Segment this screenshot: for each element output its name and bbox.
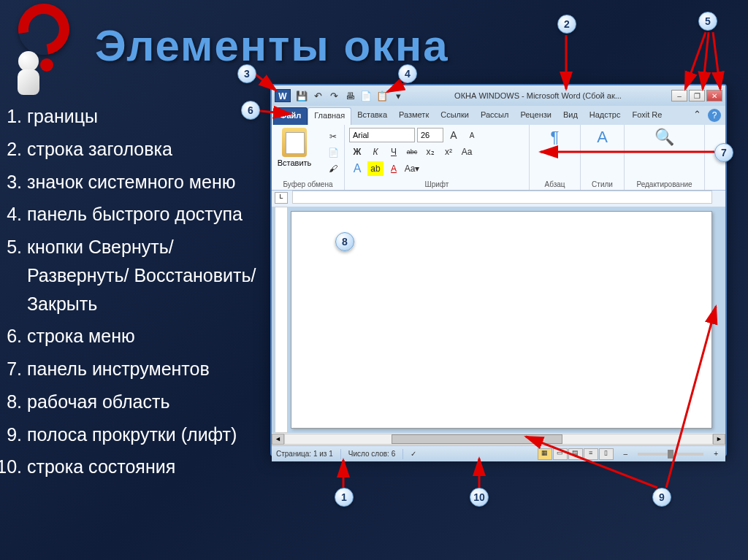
font-size-input[interactable] <box>417 128 443 142</box>
list-item: полоса прокрутки (лифт) <box>27 421 267 449</box>
callout-6: 6 <box>241 101 260 120</box>
grow-font-button[interactable]: A <box>446 128 462 142</box>
list-item: значок системного меню <box>27 168 267 196</box>
callout-1: 1 <box>335 488 354 507</box>
scroll-thumb[interactable] <box>392 434 562 444</box>
group-clipboard: Вставить ✂ 📄 🖌 Буфер обмена <box>272 125 345 190</box>
change-case-button[interactable]: Aa▾ <box>404 161 420 176</box>
vertical-ruler[interactable] <box>275 207 288 433</box>
svg-line-4 <box>685 32 706 89</box>
system-menu-icon[interactable]: W <box>275 89 291 102</box>
zoom-slider[interactable] <box>638 453 703 456</box>
shrink-font-button[interactable]: A <box>464 128 480 142</box>
paste-button[interactable]: Вставить <box>276 128 313 167</box>
ruler-corner-button[interactable]: L <box>275 192 288 204</box>
text-effects-button[interactable]: A <box>349 161 365 176</box>
subscript-button[interactable]: x₂ <box>422 145 438 159</box>
cut-button[interactable]: ✂ <box>325 129 341 144</box>
view-draft-button[interactable]: ▯ <box>599 448 614 460</box>
tab-file[interactable]: Файл <box>273 107 308 125</box>
view-web-button[interactable]: ▤ <box>568 448 583 460</box>
horizontal-ruler[interactable] <box>292 191 712 204</box>
view-outline-button[interactable]: ≡ <box>584 448 598 460</box>
list-item: строка состояния <box>27 453 267 481</box>
horizontal-scrollbar[interactable]: ◄ ► <box>272 433 725 445</box>
group-label: Редактирование <box>636 180 692 188</box>
status-words[interactable]: Число слов: 6 <box>348 450 395 458</box>
svg-line-5 <box>703 32 709 89</box>
qat-paste-button[interactable]: 📋 <box>375 89 389 102</box>
callout-9: 9 <box>652 488 671 507</box>
scroll-left-button[interactable]: ◄ <box>272 434 284 445</box>
underline-button[interactable]: Ч <box>386 145 402 159</box>
tab-review[interactable]: Рецензи <box>514 107 557 125</box>
callout-4: 4 <box>398 64 417 83</box>
group-editing: 🔍 Редактирование <box>625 125 705 190</box>
restore-button[interactable]: ❐ <box>689 90 705 101</box>
slide-title: Элементы окна <box>95 20 449 71</box>
group-label: Стили <box>592 180 613 188</box>
ruler-area: L <box>272 191 725 207</box>
list-item: кнопки Свернуть/ Развернуть/ Восстановит… <box>27 233 267 318</box>
qat-save-button[interactable]: 💾 <box>294 89 309 102</box>
list-item: панель инструментов <box>27 355 267 383</box>
tab-layout[interactable]: Разметк <box>393 107 435 125</box>
list-item: панель быстрого доступа <box>27 200 267 229</box>
scroll-right-button[interactable]: ► <box>713 434 725 445</box>
qat-dropdown-icon[interactable]: ▾ <box>391 89 405 102</box>
scroll-track[interactable] <box>284 434 713 445</box>
copy-button[interactable]: 📄 <box>325 145 341 160</box>
bold-button[interactable]: Ж <box>349 145 365 159</box>
group-styles: A Стили <box>581 125 625 190</box>
tab-insert[interactable]: Вставка <box>351 107 393 125</box>
callout-10: 10 <box>470 488 489 507</box>
callout-5: 5 <box>698 12 717 31</box>
view-reading-button[interactable]: ▭ <box>553 448 568 460</box>
callout-8: 8 <box>335 232 354 251</box>
italic-button[interactable]: К <box>367 145 383 159</box>
paragraph-icon[interactable]: ¶ <box>551 128 560 147</box>
person-figure-icon <box>7 44 51 102</box>
tab-foxit[interactable]: Foxit Re <box>626 107 668 125</box>
svg-line-6 <box>713 32 720 89</box>
qat-redo-button[interactable]: ↷ <box>327 89 341 102</box>
titlebar: W 💾 ↶ ↷ 🖶 📄 📋 ▾ ОКНА WINDOWS - Microsoft… <box>272 85 725 106</box>
minimize-button[interactable]: – <box>671 90 687 101</box>
clear-format-button[interactable]: Aa <box>459 145 475 159</box>
zoom-out-button[interactable]: – <box>621 450 631 458</box>
group-label: Абзац <box>544 180 565 188</box>
find-icon[interactable]: 🔍 <box>654 128 674 147</box>
tab-view[interactable]: Вид <box>557 107 584 125</box>
status-page[interactable]: Страница: 1 из 1 <box>276 450 333 458</box>
styles-icon[interactable]: A <box>597 128 608 147</box>
zoom-in-button[interactable]: + <box>711 450 721 458</box>
ribbon-toolbar: Вставить ✂ 📄 🖌 Буфер обмена A A Ж К <box>272 125 725 191</box>
status-lang-icon[interactable]: ✓ <box>411 450 416 458</box>
qat-print-button[interactable]: 🖶 <box>343 89 357 102</box>
font-name-input[interactable] <box>349 128 415 142</box>
tab-mailings[interactable]: Рассыл <box>475 107 514 125</box>
superscript-button[interactable]: x² <box>440 145 457 159</box>
elements-list: границы строка заголовка значок системно… <box>4 102 267 486</box>
help-icon[interactable]: ? <box>708 109 721 122</box>
font-color-button[interactable]: A <box>386 161 402 176</box>
qat-undo-button[interactable]: ↶ <box>310 89 325 102</box>
group-paragraph: ¶ Абзац <box>530 125 581 190</box>
callout-3: 3 <box>237 64 256 83</box>
strike-button[interactable]: abc <box>404 145 420 159</box>
group-label: Шрифт <box>349 180 524 188</box>
format-painter-button[interactable]: 🖌 <box>325 161 341 176</box>
qat-copy-button[interactable]: 📄 <box>359 89 373 102</box>
list-item: границы <box>27 102 267 131</box>
group-font: A A Ж К Ч abc x₂ x² Aa A ab A Aa▾ <box>345 125 530 190</box>
tab-addins[interactable]: Надстрс <box>584 107 627 125</box>
ribbon-tabs: Файл Главная Вставка Разметк Ссылки Расс… <box>272 106 725 125</box>
list-item: рабочая область <box>27 388 267 416</box>
tab-references[interactable]: Ссылки <box>435 107 475 125</box>
status-bar: Страница: 1 из 1 Число слов: 6 ✓ ▦ ▭ ▤ ≡… <box>272 445 725 461</box>
tab-home[interactable]: Главная <box>308 107 351 125</box>
close-button[interactable]: ✕ <box>706 90 722 101</box>
ribbon-toggle-icon[interactable]: ⌃ <box>690 107 704 120</box>
view-print-layout-button[interactable]: ▦ <box>538 448 552 460</box>
highlight-button[interactable]: ab <box>367 161 383 176</box>
